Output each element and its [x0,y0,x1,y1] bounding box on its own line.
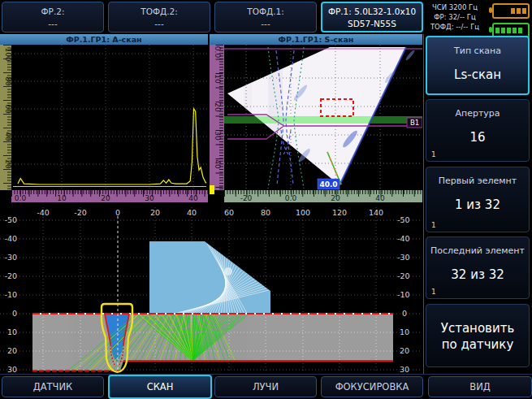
ascan-x-tick: 30 [145,194,154,202]
sscan-y-tick: 40 [214,159,222,169]
svg-text:40.0: 40.0 [319,180,337,189]
geom-y-tick: -30 [4,253,17,262]
geom-x-tick: 20 [150,208,160,217]
param-label: Первый эелемнт [439,176,517,186]
channel-value: SD57-N55S [348,19,396,28]
ascan-x-tick: 0.0 [15,194,27,202]
geom-y-tick: -30 [397,253,410,262]
sscan-header: ФР.1.ГР1: S-скан [210,34,422,45]
sscan-angle-label: 40.0 [318,179,340,189]
channel-value: --- [154,19,163,28]
geom-x-tick: 120 [332,208,347,217]
set-by-probe-button[interactable]: Установить по датчику [426,304,530,367]
tab-luchi[interactable]: ЛУЧИ [214,376,317,397]
ascan-y-tick: 40 [4,132,12,141]
ascan-y-tick: 80 [4,76,12,86]
ascan-x-tick: 20 [101,194,110,202]
geom-y-tick: 10 [400,327,409,336]
geom-x-tick: -20 [74,208,87,217]
param-value: 16 [469,130,485,145]
channel-value: --- [261,19,270,28]
geom-x-tick: 80 [261,208,270,217]
step-badge: 1 [431,150,436,158]
param-label: Апертура [455,108,500,119]
sscan-peak-marker [210,185,214,194]
sscan-y-tick: 10 [214,74,222,84]
geom-y-tick: 30 [400,365,409,374]
sidebar-divider [423,34,424,374]
ascan-x-tick: 10 [57,194,67,202]
param-value: Ls-скан [454,67,501,82]
param-label: Последний элемент [430,245,525,256]
tab-label: ЛУЧИ [253,381,279,392]
tab-datchik[interactable]: ДАТЧИК [2,376,104,397]
ascan-y-tick: 60 [4,104,12,114]
sscan-x-tick: 20 [331,194,340,202]
channel-label: ТОФД.1: [247,7,283,16]
channel-value: --- [48,19,57,28]
geom-x-tick: 140 [369,208,383,217]
tab-vid[interactable]: ВИД [428,376,532,397]
channel-tab-tofd2[interactable]: ТОФД.2: --- [108,2,210,33]
geom-y-tick: -40 [4,234,17,243]
ascan-y-tick: 20 [4,159,12,169]
geom-x-tick: 60 [224,208,234,217]
channel-label: ФР.1: 5.0L32-1.0x10 [328,7,416,16]
ascan-x-tick: 40 [188,194,198,202]
geom-y-tick: -20 [4,271,17,280]
channel-label: ТОФД.2: [141,7,177,16]
last-element-button[interactable]: Последний элемент 32 из 32 1 [426,236,530,299]
param-value: 1 из 32 [455,197,500,212]
sscan-gate-label: B1 [407,118,422,128]
first-element-button[interactable]: Первый эелемнт 1 из 32 1 [426,167,530,232]
sscan-x-tick: 40 [375,194,385,202]
tab-label: ВИД [469,381,490,392]
geom-x-tick: 40 [187,208,197,217]
channel-tab-fr1-selected[interactable]: ФР.1: 5.0L32-1.0x10 SD57-N55S [321,2,423,33]
tab-skan[interactable]: СКАН [108,375,212,399]
parameter-sidebar: Тип скана Ls-скан Апертура 16 1 Первый э… [425,34,532,375]
geom-x-tick: 0 [115,208,120,217]
tab-label: СКАН [147,381,174,392]
sscan-y-tick: 0.0 [214,46,222,59]
action-label-line1: Установить [441,321,514,336]
geom-x-tick: 100 [296,208,310,217]
ascan-plot: 100 80 60 40 20 0.0 10 20 30 40 [0,45,208,207]
geom-y-tick: -40 [397,234,410,243]
scan-type-button[interactable]: Тип скана Ls-скан [426,36,530,95]
tabbar-divider [0,374,532,375]
geom-y-tick: 20 [7,346,17,355]
battery-indicators [492,3,530,38]
sscan-y-tick: 20 [214,102,222,112]
ascan-y-tick: 100 [4,47,12,61]
prf-status: ЧСИ 3200 Гц ФР: 32/-- Гц ТОФД: --/-- Гц [425,2,485,32]
status-line-chsi: ЧСИ 3200 Гц [425,2,485,12]
geom-y-tick: -10 [397,290,410,299]
geom-y-tick: 0 [402,309,407,318]
sscan-x-tick: 0.0 [285,194,297,202]
status-line-fr: ФР: 32/-- Гц [425,12,485,22]
ascan-header: ФР.1.ГР1: А-скан [0,34,208,45]
sscan-y-tick: 30 [214,131,222,141]
device-screen: ФР.2: --- ТОФД.2: --- ТОФД.1: --- ФР.1: … [0,0,532,399]
param-label: Тип скана [454,46,501,56]
geom-x-tick: -40 [37,208,50,217]
geom-y-tick: 20 [400,346,409,355]
sscan-x-tick: -20 [240,194,253,202]
tab-fokusirovka[interactable]: ФОКУСИРОВКА [321,376,423,397]
geometry-plot: -40 -20 0 20 40 60 80 100 120 140 -50 -4… [0,207,422,374]
aperture-button[interactable]: Апертура 16 1 [426,99,530,162]
svg-text:B1: B1 [410,119,419,127]
step-badge: 1 [431,221,436,229]
geom-y-tick: 0 [12,309,17,318]
channel-tab-fr2[interactable]: ФР.2: --- [2,2,104,33]
geom-y-tick: 30 [7,365,17,374]
geom-y-tick: -10 [4,290,17,299]
tab-label: ФОКУСИРОВКА [335,381,409,392]
action-label-line2: по датчику [442,337,514,352]
geom-y-tick: -50 [4,215,17,224]
tab-label: ДАТЧИК [33,381,73,392]
geom-y-tick: 10 [7,327,17,336]
channel-tab-tofd1[interactable]: ТОФД.1: --- [214,2,317,33]
geom-y-tick: -20 [397,271,410,280]
